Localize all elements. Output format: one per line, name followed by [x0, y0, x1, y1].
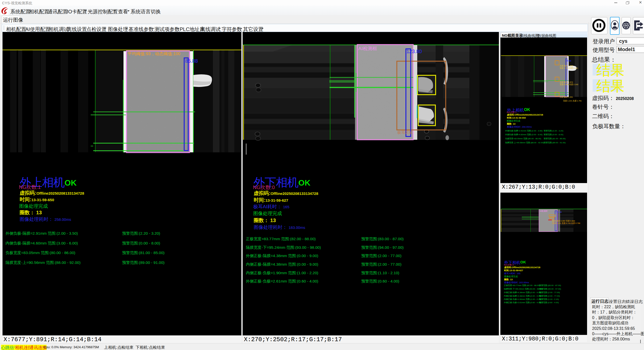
svg-text:123.80: 123.80 [556, 211, 562, 213]
svg-text:85.88: 85.88 [566, 60, 571, 62]
svg-text:AI检测框: AI检测框 [540, 210, 548, 212]
svg-text:AI检测框: AI检测框 [358, 46, 377, 51]
svg-text:暗斑 面积:0.859 宽度:0.869: 暗斑 面积:0.859 宽度:0.869 [552, 220, 575, 222]
svg-text:高度:1.101 宽度:0.743 高度:0.768: 高度:1.101 宽度:0.743 高度:0.768 [552, 222, 580, 224]
svg-text:亮斑 面积:1.226: 亮斑 面积:1.226 [560, 65, 573, 67]
svg-text:宽度:0.869 高度:2.143: 宽度:0.869 高度:2.143 [560, 83, 578, 86]
svg-text:平均阈值:93，动态阈值:100: 平均阈值:93，动态阈值:100 [127, 51, 180, 56]
svg-text:宽度:1.775 高度:1.101: 宽度:1.775 高度:1.101 [560, 67, 578, 69]
svg-text:亮斑 面积:1.391: 亮斑 面积:1.391 [560, 96, 573, 98]
svg-text:123.80: 123.80 [406, 49, 422, 54]
svg-text:85.88: 85.88 [185, 58, 198, 64]
svg-text:极耳区域: 极耳区域 [397, 130, 412, 134]
svg-text:亮斑 面积:1.573: 亮斑 面积:1.573 [560, 81, 573, 83]
